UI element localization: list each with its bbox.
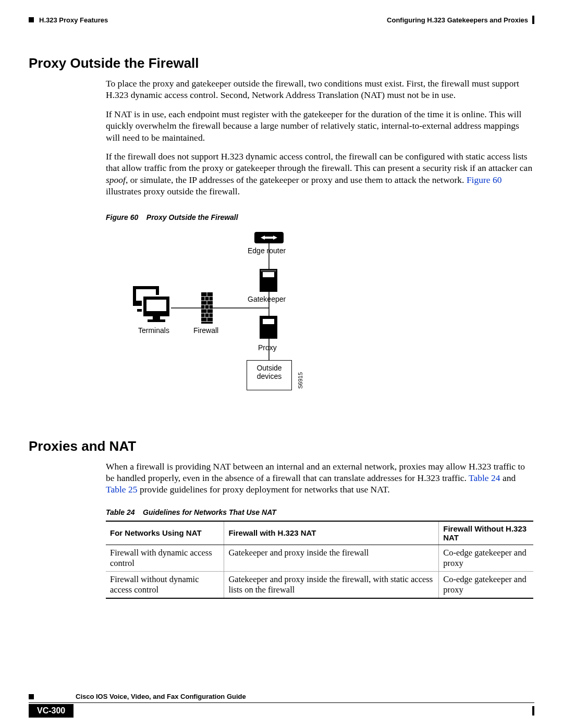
footer-bar	[532, 706, 534, 715]
table-caption: Table 24 Guidelines for Networks That Us…	[106, 508, 534, 516]
header-bar	[532, 16, 534, 24]
footer-guide-title: Cisco IOS Voice, Video, and Fax Configur…	[76, 693, 246, 700]
label-firewall: Firewall	[193, 326, 218, 335]
page-footer: Cisco IOS Voice, Video, and Fax Configur…	[29, 693, 534, 718]
svg-rect-38	[263, 319, 274, 324]
table-header: Firewall Without H.323 NAT	[439, 521, 533, 545]
table-link[interactable]: Table 25	[106, 484, 138, 495]
svg-rect-36	[261, 270, 276, 272]
header-right-text: Configuring H.323 Gatekeepers and Proxie…	[387, 16, 528, 24]
paragraph: If the firewall does not support H.323 d…	[106, 151, 534, 198]
figure-caption: Figure 60 Proxy Outside the Firewall	[106, 213, 534, 221]
svg-rect-35	[263, 272, 274, 277]
figure-diagram: Outside devices	[106, 230, 419, 407]
table-row: Firewall without dynamic access control …	[106, 571, 533, 598]
header-left-text: H.323 Proxy Features	[39, 16, 108, 24]
label-figure-id: S6915	[297, 372, 303, 389]
svg-rect-11	[153, 316, 160, 319]
label-edge-router: Edge router	[248, 246, 286, 255]
table-header: For Networks Using NAT	[106, 521, 224, 545]
label-terminals: Terminals	[138, 326, 169, 335]
svg-rect-10	[146, 300, 166, 311]
figure-link[interactable]: Figure 60	[467, 175, 502, 185]
page-header: H.323 Proxy Features Configuring H.323 G…	[29, 16, 534, 24]
section-heading-proxy-outside: Proxy Outside the Firewall	[29, 55, 534, 71]
section-heading-proxies-nat: Proxies and NAT	[29, 438, 534, 454]
paragraph: To place the proxy and gatekeeper outsid…	[106, 78, 534, 101]
footer-marker	[29, 694, 34, 699]
label-proxy: Proxy	[258, 343, 277, 352]
header-marker	[29, 17, 34, 22]
table-link[interactable]: Table 24	[469, 473, 500, 483]
label-gatekeeper: Gatekeeper	[248, 295, 286, 303]
table-header: Firewall with H.323 NAT	[224, 521, 439, 545]
paragraph: If NAT is in use, each endpoint must reg…	[106, 108, 534, 143]
guidelines-table: For Networks Using NAT Firewall with H.3…	[106, 521, 533, 599]
svg-rect-12	[148, 319, 165, 322]
table-row: Firewall with dynamic access control Gat…	[106, 545, 533, 571]
paragraph: When a firewall is providing NAT between…	[106, 461, 534, 496]
page-number: VC-300	[29, 704, 74, 718]
